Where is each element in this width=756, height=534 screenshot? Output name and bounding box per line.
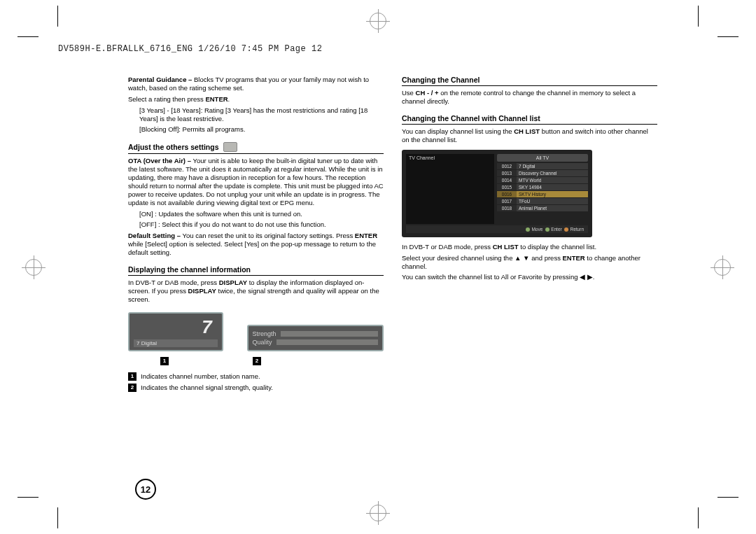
dot-move-icon [526, 227, 530, 232]
callout-1b: 1 [128, 372, 136, 381]
default-a: You can reset the unit to its original f… [183, 232, 355, 239]
channel-row: 00127 Digital [497, 163, 588, 169]
channel-row-name: SKY 14984 [517, 184, 588, 190]
callout-2b: 2 [128, 384, 136, 392]
channel-row-number: 0014 [497, 177, 517, 183]
right-column: Changing the Channel Use CH - / + on the… [402, 76, 657, 392]
channel-row: 0013Discovery Channel [497, 170, 588, 176]
fig2-quality-label: Quality [253, 339, 272, 346]
chlist-heading-text: Changing the Channel with Channel list [402, 114, 540, 122]
chg-keys: CH - / + [416, 89, 439, 97]
footer-enter: Enter [551, 227, 562, 232]
channel-row: 0015SKY 14984 [497, 184, 588, 190]
fig1-channel-name: 7 Digital [134, 339, 218, 347]
fig1-channel-number: 7 [134, 316, 218, 338]
default-b: while [Select] option is selected. Selec… [128, 240, 376, 256]
channel-row-number: 0017 [497, 198, 517, 204]
pg-select-a: Select a rating then press [128, 95, 205, 103]
parental-lead: Parental Guidance – [128, 76, 194, 83]
dot-enter-icon [545, 227, 550, 232]
channel-row-number: 0012 [497, 163, 517, 169]
footer-move: Move [531, 227, 542, 232]
ota-on: [ON] : Updates the software when this un… [128, 210, 384, 218]
channel-row-name: SKTV History [517, 191, 588, 197]
default-lead: Default Setting – [128, 232, 183, 239]
footer-return: Return [570, 227, 584, 232]
dot-return-icon [564, 227, 568, 232]
strength-meter [281, 331, 378, 337]
chlist-tab: All TV [497, 154, 588, 162]
channel-row: 0016SKTV History [497, 191, 588, 197]
channel-row-number: 0013 [497, 170, 517, 176]
display-heading: Displaying the channel information [128, 265, 384, 276]
figure-channel-osd: 7 7 Digital [128, 312, 223, 351]
settings-icon [223, 142, 237, 152]
changing-heading: Changing the Channel [402, 76, 657, 86]
p2-key: ENTER [563, 254, 585, 262]
fig2-strength-label: Strength [253, 330, 276, 337]
page-number: 12 [135, 479, 156, 500]
p1-key: CH LIST [493, 243, 519, 251]
enter-label: ENTER [205, 95, 227, 103]
callout-2: 2 [253, 357, 261, 365]
channel-row-name: TFoU [517, 198, 588, 204]
channel-row-name: Discovery Channel [517, 170, 588, 176]
legend-2: Indicates the channel signal strength, q… [141, 384, 273, 392]
figure-signal-osd: Strength Quality [247, 325, 384, 351]
channel-row: 0017TFoU [497, 198, 588, 204]
channel-row-number: 0015 [497, 184, 517, 190]
display-heading-text: Displaying the channel information [128, 265, 251, 274]
adjust-heading: Adjust the others settings [128, 142, 384, 154]
ota-off: [OFF] : Select this if you do not want t… [128, 220, 384, 229]
page: DV589H-E.BFRALLK_6716_ENG 1/26/10 7:45 P… [58, 42, 698, 504]
p1c: to display the channel list. [519, 243, 596, 251]
adjust-heading-text: Adjust the others settings [128, 143, 219, 151]
chlist-footer: Move Enter Return [406, 225, 588, 233]
pg-off: [Blocking Off]: Permits all programs. [128, 125, 384, 134]
channel-row-name: MTV World [517, 177, 588, 183]
print-header: DV589H-E.BFRALLK_6716_ENG 1/26/10 7:45 P… [58, 44, 322, 54]
chg-a: Use [402, 89, 416, 97]
quality-meter [276, 339, 378, 345]
enter-label-2: ENTER [355, 232, 377, 239]
ota-lead: OTA (Over the Air) – [128, 157, 193, 164]
chlist-a: You can display channel list using the [402, 127, 514, 135]
display-label-2: DISPLAY [188, 287, 216, 295]
pg-note: [3 Years] - [18 Years]: Rating [3 Years]… [128, 106, 384, 123]
chlist-osd-title: TV Channel [409, 155, 435, 160]
channel-row: 0014MTV World [497, 177, 588, 183]
chlist-key: CH LIST [514, 127, 540, 135]
channel-row: 0018Animal Planet [497, 205, 588, 211]
p2a: Select your desired channel using the ▲ … [402, 254, 563, 262]
legend-1: Indicates channel number, station name. [141, 372, 260, 381]
chlist-heading: Changing the Channel with Channel list [402, 114, 657, 125]
left-column: Parental Guidance – Blocks TV programs t… [128, 76, 384, 392]
display-label-1: DISPLAY [219, 279, 247, 286]
callout-1: 1 [160, 357, 169, 365]
pg-select-b: . [228, 95, 230, 103]
channel-row-name: Animal Planet [517, 205, 588, 211]
channel-row-number: 0018 [497, 205, 517, 211]
channel-row-name: 7 Digital [517, 163, 588, 169]
p3: You can switch the channel list to All o… [402, 273, 657, 281]
disp-a: In DVB-T or DAB mode, press [128, 279, 219, 286]
changing-heading-text: Changing the Channel [402, 76, 479, 84]
channel-row-number: 0016 [497, 191, 517, 197]
p1a: In DVB-T or DAB mode, press [402, 243, 493, 251]
figure-channel-list: TV Channel All TV 00127 Digital0013Disco… [402, 150, 592, 237]
